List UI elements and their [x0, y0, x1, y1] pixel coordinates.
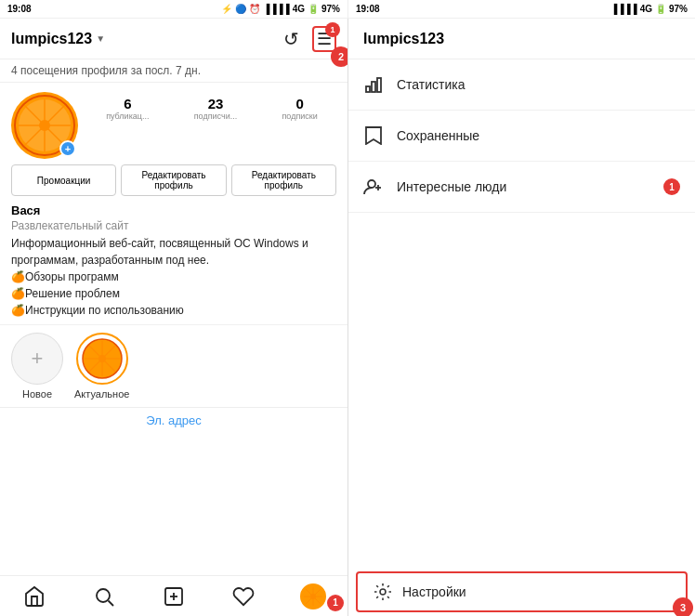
gear-icon [373, 582, 393, 602]
annotation-1: 1 [327, 595, 344, 611]
bio-section: Вася Развлекательный сайт Информационный… [0, 203, 348, 324]
settings-row[interactable]: Настройки 3 [356, 571, 688, 612]
bluetooth-icon: ⚡ [221, 4, 232, 14]
network-type-right: 4G [640, 4, 652, 14]
nav-search[interactable] [70, 585, 139, 608]
right-panel: lumpics123 Статистика [348, 19, 695, 616]
svg-rect-28 [377, 78, 381, 92]
interesting-badge: 1 [663, 178, 680, 195]
statistics-icon [363, 74, 384, 95]
stat-pub-number: 6 [124, 96, 131, 111]
nav-add[interactable] [139, 585, 209, 608]
bookmark-icon [363, 125, 384, 146]
signal-bars: ▐▐▐▐ [263, 4, 289, 14]
stat-subscribers[interactable]: 23 подписчи... [194, 96, 237, 121]
svg-line-16 [109, 600, 114, 606]
highlight-new[interactable]: + Новое [11, 333, 63, 400]
highlight-actual-label: Актуальное [74, 388, 129, 400]
username-display[interactable]: lumpics123 ▼ [11, 31, 105, 47]
battery-pct-right: 97% [669, 4, 688, 14]
signal-bars-right: ▐▐▐▐ [610, 4, 636, 14]
nav-profile[interactable]: 1 [278, 583, 348, 609]
bottom-nav: 1 [0, 575, 348, 616]
person-add-icon [363, 177, 384, 197]
stat-fol-label: подписки [282, 111, 318, 121]
right-menu-list: Статистика Сохраненные [348, 59, 695, 213]
edit-profile-button-2[interactable]: Редактировать профиль [231, 164, 336, 196]
annotation-3: 3 [673, 597, 693, 616]
highlight-actual[interactable]: Актуальное [74, 333, 129, 400]
svg-point-25 [310, 594, 316, 599]
nav-profile-icon [300, 583, 326, 609]
right-menu-interesting[interactable]: Интересные люди 1 [348, 162, 695, 213]
avatar-add-button[interactable]: + [59, 140, 76, 157]
right-username: lumpics123 [363, 31, 444, 47]
battery-icon: 🔋 [308, 4, 319, 14]
stat-fol-number: 0 [295, 96, 303, 111]
stat-sub-label: подписчи... [194, 111, 237, 121]
email-link[interactable]: Эл. адрес [0, 407, 348, 433]
menu-button[interactable]: ☰ 1 2 [312, 26, 336, 52]
highlights-row: + Новое [0, 324, 348, 407]
nav-home[interactable] [0, 585, 70, 608]
stat-sub-number: 23 [208, 96, 224, 111]
profile-stats-row: + 6 публикац... 23 подписчи... 0 подписк… [0, 83, 348, 164]
stat-pub-label: публикац... [106, 111, 149, 121]
stat-publications[interactable]: 6 публикац... [106, 96, 149, 121]
promotions-button[interactable]: Промоакции [11, 164, 116, 196]
status-time-right: 19:08 [356, 4, 380, 14]
nav-heart[interactable] [208, 585, 278, 608]
alarm-icon: ⏰ [249, 4, 260, 14]
right-menu-saved[interactable]: Сохраненные [348, 111, 695, 162]
bt-icon: 🔵 [235, 4, 246, 14]
visits-banner: 4 посещения профиля за посл. 7 дн. [0, 59, 348, 83]
annotation-2: 2 [331, 46, 348, 67]
status-time-left: 19:08 [7, 4, 32, 14]
history-button[interactable]: ↺ [283, 28, 299, 50]
network-type: 4G [293, 4, 305, 14]
battery-pct: 97% [321, 4, 340, 14]
profile-actions: Промоакции Редактировать профиль Редакти… [0, 164, 348, 203]
avatar-wrap[interactable]: + [11, 92, 78, 159]
svg-rect-26 [366, 86, 370, 92]
interesting-label: Интересные люди [397, 179, 650, 194]
battery-icon-right: 🔋 [655, 4, 666, 14]
bio-site-type: Развлекательный сайт [11, 219, 336, 232]
highlight-new-label: Новое [22, 388, 52, 400]
edit-profile-button-1[interactable]: Редактировать профиль [121, 164, 226, 196]
right-menu-statistics[interactable]: Статистика [348, 59, 695, 111]
saved-label: Сохраненные [397, 128, 479, 143]
statistics-label: Статистика [397, 77, 466, 92]
bio-description: Информационный веб-сайт, посвященный ОС … [11, 235, 336, 319]
stat-following[interactable]: 0 подписки [282, 96, 318, 121]
bio-name: Вася [11, 203, 336, 217]
app-header: lumpics123 ▼ ↺ ☰ 1 2 [0, 19, 348, 59]
svg-point-13 [98, 355, 106, 362]
chevron-down-icon: ▼ [96, 33, 105, 44]
svg-point-6 [39, 120, 50, 131]
svg-point-32 [380, 589, 386, 595]
svg-rect-27 [372, 82, 375, 92]
right-header: lumpics123 [348, 19, 695, 59]
menu-badge: 1 [325, 22, 340, 37]
svg-point-29 [368, 180, 375, 188]
svg-point-15 [97, 589, 110, 602]
settings-label: Настройки [402, 584, 466, 599]
